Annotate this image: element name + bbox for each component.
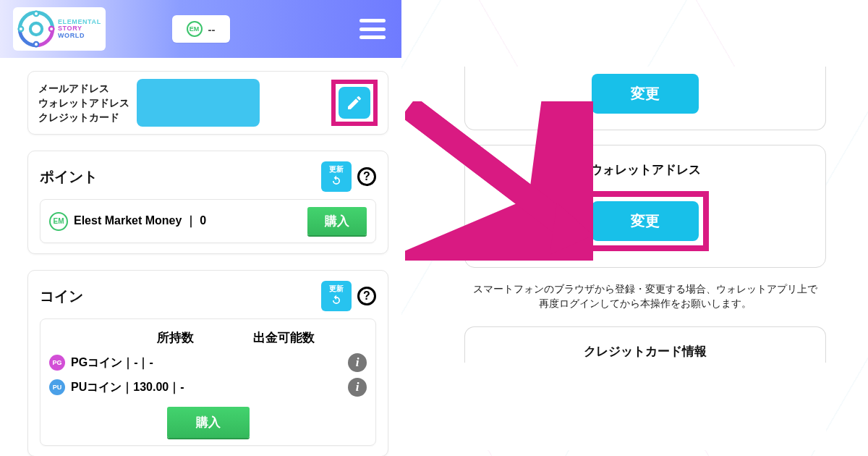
label-credit: クレジットカード	[38, 110, 129, 124]
menu-button[interactable]	[359, 19, 386, 39]
svg-point-3	[34, 42, 39, 47]
points-card: ポイント 更新 ? EM Elest Market Money ｜	[27, 151, 388, 254]
right-app-panel: 変更 ウォレットアドレス 変更 スマートフォンのブラウザから登録・変更する場合、…	[464, 67, 826, 450]
coins-list: 所持数 出金可能数 PG PGコイン｜-｜- i PU	[40, 318, 376, 446]
wallet-address-card: ウォレットアドレス 変更	[464, 145, 826, 268]
refresh-icon	[329, 174, 344, 188]
coins-header-row: 所持数 出金可能数	[49, 326, 367, 350]
svg-point-4	[19, 27, 24, 32]
coin-row: PG PGコイン｜-｜- i	[49, 350, 367, 375]
refresh-label: 更新	[329, 166, 344, 173]
coin-row-text: PGコイン｜-｜-	[71, 355, 153, 371]
account-info-card: メールアドレス ウォレットアドレス クレジットカード	[27, 71, 388, 135]
points-help-button[interactable]: ?	[357, 167, 376, 186]
coin-row: PU PUコイン｜130.00｜- i	[49, 375, 367, 400]
header-withdrawable: 出金可能数	[230, 329, 339, 346]
wallet-card-title: ウォレットアドレス	[477, 161, 814, 178]
credit-card-title: クレジットカード情報	[477, 343, 814, 360]
refresh-label: 更新	[329, 285, 344, 292]
coins-help-button[interactable]: ?	[357, 287, 376, 305]
brand-logo-icon	[17, 10, 55, 48]
right-top-card: 変更	[464, 67, 826, 130]
points-row: EM Elest Market Money ｜ 0 購入	[49, 207, 367, 235]
svg-point-0	[30, 23, 42, 35]
coin-info-button[interactable]: i	[348, 353, 367, 372]
change-button[interactable]: 変更	[592, 74, 699, 114]
account-labels: メールアドレス ウォレットアドレス クレジットカード	[38, 81, 129, 125]
em-coin-icon: EM	[187, 21, 203, 37]
refresh-icon	[329, 293, 344, 308]
coins-title: コイン	[40, 287, 83, 306]
edit-account-button[interactable]	[339, 87, 370, 119]
edit-button-highlight	[331, 80, 378, 126]
coin-row-text: PUコイン｜130.00｜-	[71, 380, 184, 395]
coins-buy-button[interactable]: 購入	[167, 407, 250, 438]
pencil-icon	[346, 94, 363, 111]
points-row-text: Elest Market Money ｜ 0	[74, 214, 206, 229]
wallet-note: スマートフォンのブラウザから登録・変更する場合、ウォレットアプリ上で再度ログイン…	[469, 282, 822, 312]
coins-card: コイン 更新 ? 所持数 出金可能数	[27, 270, 388, 456]
points-refresh-button[interactable]: 更新	[321, 161, 352, 192]
brand-logo-text: ELEMENTAL STORY WORLD	[58, 19, 101, 39]
pg-coin-icon: PG	[49, 355, 65, 371]
label-email: メールアドレス	[38, 81, 129, 96]
wallet-change-button[interactable]: 変更	[592, 201, 699, 241]
svg-point-2	[49, 27, 54, 32]
brand-logo[interactable]: ELEMENTAL STORY WORLD	[13, 7, 106, 51]
pu-coin-icon: PU	[49, 379, 65, 395]
header-held: 所持数	[122, 329, 230, 346]
em-coin-icon: EM	[49, 212, 68, 231]
change-button-highlight: 変更	[582, 191, 709, 251]
account-values-redacted	[137, 79, 260, 127]
label-wallet: ウォレットアドレス	[38, 96, 129, 110]
app-header: ELEMENTAL STORY WORLD EM --	[0, 0, 401, 58]
points-list: EM Elest Market Money ｜ 0 購入	[40, 199, 376, 243]
points-buy-button[interactable]: 購入	[307, 207, 367, 235]
points-title: ポイント	[40, 167, 98, 187]
header-balance-badge[interactable]: EM --	[172, 15, 230, 43]
svg-point-1	[34, 12, 39, 17]
coin-info-button[interactable]: i	[348, 378, 367, 397]
coins-refresh-button[interactable]: 更新	[321, 281, 352, 311]
header-balance-value: --	[208, 23, 216, 35]
credit-card-card: クレジットカード情報	[464, 326, 826, 363]
left-app-panel: ELEMENTAL STORY WORLD EM -- メールアドレス ウォレッ…	[0, 0, 401, 456]
